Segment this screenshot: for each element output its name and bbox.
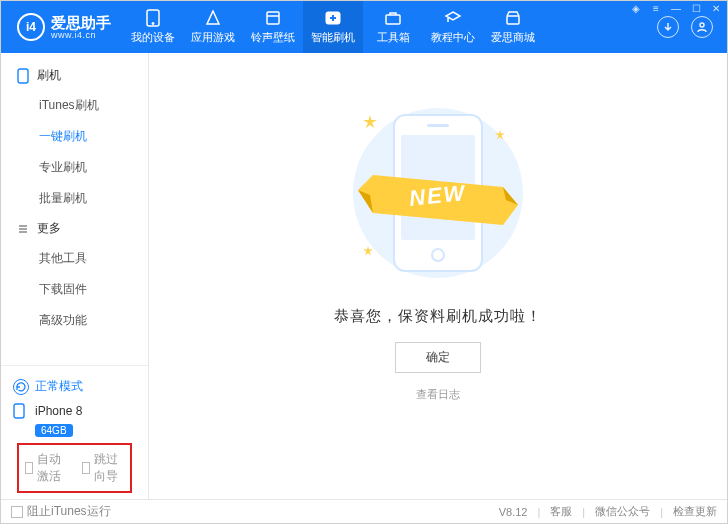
update-link[interactable]: 检查更新	[673, 504, 717, 519]
star-icon	[363, 115, 377, 132]
svg-rect-5	[507, 16, 519, 24]
header: i4 爱思助手 www.i4.cn 我的设备 应用游戏 铃声壁纸 智能刷机	[1, 1, 727, 53]
storage-badge: 64GB	[35, 424, 73, 437]
svg-rect-7	[18, 69, 28, 83]
sidebar-item-firmware[interactable]: 下载固件	[1, 274, 148, 305]
sidebar-item-batch[interactable]: 批量刷机	[1, 183, 148, 214]
star-icon	[495, 129, 505, 143]
device-mode[interactable]: 正常模式	[13, 374, 136, 399]
sidebar-group-more[interactable]: 更多	[1, 214, 148, 243]
window-controls: ◈ ≡ — ☐ ✕	[629, 3, 723, 14]
star-icon	[363, 245, 373, 259]
success-illustration: NEW	[323, 103, 553, 283]
block-itunes-checkbox[interactable]: 阻止iTunes运行	[11, 503, 111, 520]
logo-icon: i4	[17, 13, 45, 41]
flash-icon	[323, 9, 343, 27]
user-button[interactable]	[691, 16, 713, 38]
version-label: V8.12	[499, 506, 528, 518]
footer: 阻止iTunes运行 V8.12 | 客服 | 微信公众号 | 检查更新	[1, 499, 727, 523]
device-name: iPhone 8	[35, 404, 82, 418]
options-highlight: 自动激活 跳过向导	[17, 443, 132, 493]
wechat-link[interactable]: 微信公众号	[595, 504, 650, 519]
main-panel: NEW 恭喜您，保资料刷机成功啦！ 确定 查看日志	[149, 53, 727, 499]
skip-guide-checkbox[interactable]: 跳过向导	[82, 451, 125, 485]
note-icon	[263, 9, 283, 27]
refresh-icon	[13, 379, 29, 395]
device-icon	[13, 403, 29, 419]
auto-activate-checkbox[interactable]: 自动激活	[25, 451, 68, 485]
sidebar: 刷机 iTunes刷机 一键刷机 专业刷机 批量刷机 更多 其他工具 下载固件 …	[1, 53, 149, 499]
shop-icon	[503, 9, 523, 27]
svg-rect-8	[14, 404, 24, 418]
sidebar-item-advance[interactable]: 高级功能	[1, 305, 148, 336]
appstore-icon	[203, 9, 223, 27]
maximize-button[interactable]: ☐	[689, 3, 703, 14]
sidebar-item-onekey[interactable]: 一键刷机	[1, 121, 148, 152]
course-icon	[443, 9, 463, 27]
view-log-link[interactable]: 查看日志	[416, 387, 460, 402]
tab-device[interactable]: 我的设备	[123, 1, 183, 53]
minimize-button[interactable]: —	[669, 3, 683, 14]
toolbox-icon	[383, 9, 403, 27]
tab-tools[interactable]: 工具箱	[363, 1, 423, 53]
confirm-button[interactable]: 确定	[395, 342, 481, 373]
tshirt-icon[interactable]: ◈	[629, 3, 643, 14]
tab-rings[interactable]: 铃声壁纸	[243, 1, 303, 53]
sidebar-group-flash[interactable]: 刷机	[1, 61, 148, 90]
tab-flash[interactable]: 智能刷机	[303, 1, 363, 53]
svg-rect-4	[386, 15, 400, 24]
sidebar-item-pro[interactable]: 专业刷机	[1, 152, 148, 183]
sidebar-item-itunes[interactable]: iTunes刷机	[1, 90, 148, 121]
tab-shop[interactable]: 爱思商城	[483, 1, 543, 53]
svg-point-1	[152, 23, 154, 25]
logo: i4 爱思助手 www.i4.cn	[1, 13, 123, 41]
menu-icon[interactable]: ≡	[649, 3, 663, 14]
phone-outline-icon	[17, 68, 29, 84]
download-button[interactable]	[657, 16, 679, 38]
sidebar-item-other[interactable]: 其他工具	[1, 243, 148, 274]
close-button[interactable]: ✕	[709, 3, 723, 14]
list-icon	[17, 223, 29, 235]
device-row[interactable]: iPhone 8	[13, 399, 136, 423]
phone-icon	[143, 9, 163, 27]
success-message: 恭喜您，保资料刷机成功啦！	[334, 307, 542, 326]
tab-bar: 我的设备 应用游戏 铃声壁纸 智能刷机 工具箱 教程中心	[123, 1, 543, 53]
app-name: 爱思助手	[51, 15, 111, 30]
svg-rect-2	[267, 12, 279, 24]
tab-apps[interactable]: 应用游戏	[183, 1, 243, 53]
app-sub: www.i4.cn	[51, 30, 111, 40]
support-link[interactable]: 客服	[550, 504, 572, 519]
tab-course[interactable]: 教程中心	[423, 1, 483, 53]
svg-point-6	[700, 23, 704, 27]
